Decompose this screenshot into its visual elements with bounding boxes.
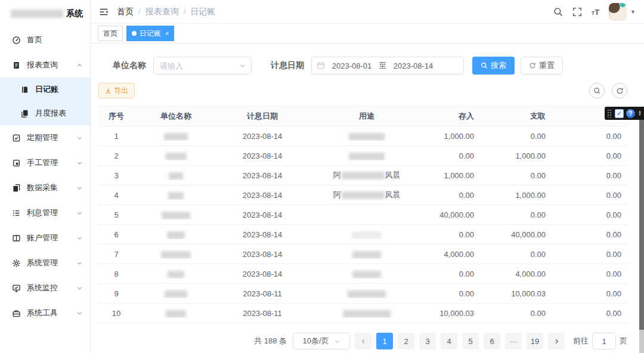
date-start-input[interactable] — [329, 61, 375, 70]
chevron-down-icon — [76, 260, 83, 267]
sidebar-item-系统监控[interactable]: 系统监控 — [0, 275, 90, 301]
org-name-select[interactable] — [153, 57, 252, 75]
cell-org-name-redacted — [134, 190, 218, 199]
floating-capture-widget[interactable]: ✓ ? ▲▼ — [605, 107, 644, 120]
scrollbar-thumb[interactable] — [639, 120, 644, 330]
page-button-2[interactable]: 2 — [398, 333, 414, 349]
sidebar-item-数据采集[interactable]: 数据采集 — [0, 175, 90, 200]
sidebar-item-label: 系统管理 — [27, 258, 76, 268]
sidebar-item-账户管理[interactable]: 账户管理 — [0, 225, 90, 250]
org-name-input[interactable] — [160, 61, 239, 70]
page-button-1[interactable]: 1 — [376, 333, 393, 349]
sidebar-item-首页[interactable]: 首页 — [0, 27, 90, 52]
cell-purpose — [307, 131, 426, 140]
sidebar-item-利息管理[interactable]: 利息管理 — [0, 200, 90, 225]
page-button-5[interactable]: 5 — [462, 333, 479, 349]
page-button-6[interactable]: 6 — [484, 333, 500, 349]
table-row[interactable]: 52023-08-1440,000.000.000.00 — [98, 205, 627, 224]
sidebar-item-系统管理[interactable]: 系统管理 — [0, 250, 90, 275]
redacted-text — [352, 231, 382, 239]
collect-icon — [12, 184, 21, 193]
cell-withdraw: 0.00 — [480, 250, 552, 259]
sidebar-item-报表查询[interactable]: 报表查询 — [0, 52, 90, 78]
redacted-text — [352, 251, 381, 259]
cell-date: 2023-08-14 — [218, 250, 307, 259]
avatar[interactable] — [609, 3, 627, 21]
sidebar-subitem-月度报表[interactable]: 月度报表 — [0, 101, 90, 125]
page-size-select[interactable]: 10条/页 — [293, 333, 350, 349]
cell-withdraw: 40,000.00 — [480, 230, 552, 239]
table-row[interactable]: 72023-08-144,000.000.000.00 — [98, 244, 627, 264]
reset-button[interactable]: 重置 — [521, 57, 563, 75]
goto-suffix: 页 — [620, 336, 627, 346]
goto-page-input[interactable] — [592, 333, 616, 349]
sidebar-item-手工管理[interactable]: 手工管理 — [0, 150, 90, 175]
font-size-icon[interactable]: TT — [592, 7, 599, 17]
table-row[interactable]: 62023-08-140.0040,000.000.00 — [98, 224, 627, 244]
sidebar-subitem-label: 月度报表 — [35, 108, 83, 119]
table-tools — [589, 83, 627, 98]
search-button[interactable]: 搜索 — [472, 57, 515, 75]
monthly-report-icon — [20, 109, 29, 118]
cell-balance: 0.00 — [552, 230, 627, 239]
tab-日记账[interactable]: 日记账× — [126, 26, 174, 41]
redacted-text — [164, 133, 188, 141]
export-button[interactable]: 导出 — [98, 83, 135, 98]
sidebar-item-定期管理[interactable]: 定期管理 — [0, 125, 90, 150]
cell-org-name-redacted — [134, 308, 218, 317]
cell-purpose: 阿风晨 — [307, 170, 426, 181]
cell-no: 3 — [98, 171, 134, 180]
table-row[interactable]: 82023-08-140.004,000.000.00 — [98, 264, 627, 283]
close-icon[interactable]: × — [165, 30, 169, 37]
chevron-up-icon — [76, 62, 83, 69]
scrollbar-track[interactable] — [639, 330, 644, 353]
interest-icon — [12, 209, 21, 218]
date-range-separator: 至 — [379, 60, 386, 71]
date-end-input[interactable] — [390, 61, 436, 70]
show-search-toggle-button[interactable] — [589, 83, 605, 98]
page-button-3[interactable]: 3 — [419, 333, 436, 349]
sidebar-fold-icon[interactable] — [99, 7, 109, 17]
drag-handle-icon[interactable] — [607, 109, 612, 117]
sidebar-item-label: 数据采集 — [27, 182, 76, 193]
table-row[interactable]: 22023-08-140.001,000.000.00 — [98, 145, 627, 165]
sidebar-subitem-日记账[interactable]: 日记账 — [0, 78, 90, 101]
check-tool-icon[interactable]: ✓ — [615, 109, 624, 118]
cell-balance: 0.00 — [552, 309, 627, 318]
cell-date: 2023-08-11 — [218, 289, 307, 298]
help-icon[interactable]: ? — [626, 109, 635, 118]
tab-首页[interactable]: 首页 — [98, 26, 123, 41]
cell-deposit: 4,000.00 — [426, 250, 480, 259]
cell-withdraw: 10,000.03 — [480, 289, 552, 298]
breadcrumb-item[interactable]: 首页 — [117, 7, 134, 17]
sidebar-item-label: 报表查询 — [27, 60, 76, 70]
cell-purpose — [307, 151, 426, 160]
next-page-button[interactable] — [548, 333, 565, 349]
pagination-total: 共 188 条 — [254, 336, 287, 346]
fullscreen-icon[interactable] — [572, 7, 582, 17]
cell-deposit: 0.00 — [426, 270, 480, 278]
ellipsis-pages-button[interactable]: ··· — [505, 333, 522, 349]
cell-withdraw: 4,000.00 — [480, 270, 552, 278]
table-row[interactable]: 102023-08-1110,000.030.000.00 — [98, 303, 627, 323]
page-button-4[interactable]: 4 — [441, 333, 457, 349]
date-range-picker[interactable]: 至 — [311, 57, 464, 75]
chevron-left-icon — [360, 338, 367, 345]
cell-balance: 0.00 — [552, 132, 627, 141]
collapse-arrows-icon[interactable]: ▲▼ — [638, 110, 642, 116]
table-row[interactable]: 92023-08-110.0010,000.030.00 — [98, 283, 627, 303]
cell-balance: 0.00 — [552, 191, 627, 200]
cell-withdraw: 0.00 — [480, 171, 552, 180]
search-icon[interactable] — [553, 7, 563, 17]
prev-page-button[interactable] — [355, 333, 371, 349]
page-button-19[interactable]: 19 — [527, 333, 543, 349]
purpose-suffix: 风晨 — [385, 170, 401, 181]
table-row[interactable]: 32023-08-14阿风晨1,000.000.000.00 — [98, 165, 627, 185]
redacted-text — [167, 231, 185, 239]
table-row[interactable]: 42023-08-14阿风晨0.001,000.000.00 — [98, 185, 627, 205]
sidebar-item-label: 定期管理 — [27, 132, 76, 143]
table-row[interactable]: 12023-08-141,000.000.000.00 — [98, 126, 627, 145]
refresh-table-button[interactable] — [612, 83, 627, 98]
sidebar-item-系统工具[interactable]: 系统工具 — [0, 301, 90, 326]
user-menu[interactable]: ▼ — [609, 3, 636, 21]
